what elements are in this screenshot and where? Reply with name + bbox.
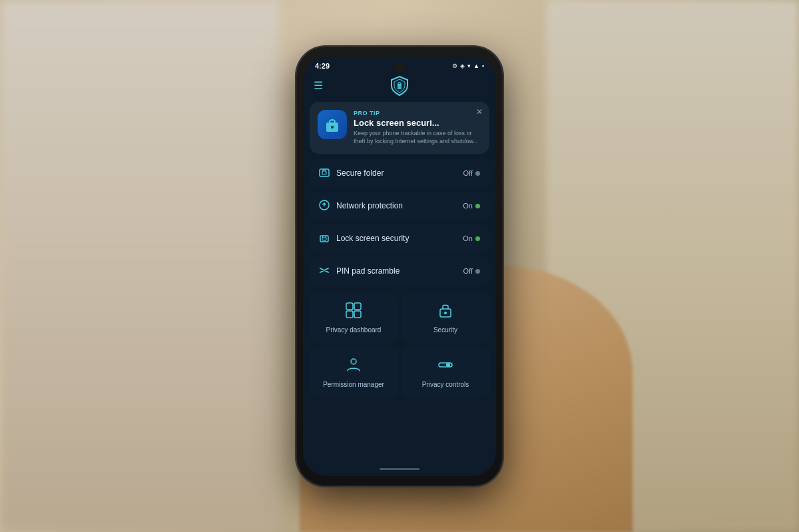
svg-rect-9: [346, 303, 353, 310]
svg-rect-7: [320, 236, 328, 242]
privacy-dashboard-icon: [345, 302, 362, 322]
privacy-controls-icon: [437, 356, 454, 377]
lock-screen-security-icon: [319, 232, 330, 245]
pro-tip-label: Pro tip: [354, 110, 481, 117]
security-label: Security: [433, 326, 457, 334]
location-status-icon: ◈: [460, 63, 465, 69]
grid-buttons: Privacy dashboard Security: [310, 292, 489, 398]
security-button[interactable]: Security: [401, 292, 489, 343]
lock-screen-security-item[interactable]: Lock screen security On: [310, 224, 489, 253]
bottom-indicator: [303, 463, 496, 476]
lock-screen-security-dot: [475, 236, 480, 241]
scene: 4:29 ⚙ ◈ ▾ ▲ ▪ ☰: [0, 0, 799, 532]
menu-icon[interactable]: ☰: [314, 79, 323, 92]
pin-pad-scramble-dot: [475, 269, 480, 274]
phone-screen: 4:29 ⚙ ◈ ▾ ▲ ▪ ☰: [303, 57, 496, 476]
svg-rect-12: [354, 311, 361, 318]
pro-tip-card[interactable]: Pro tip Lock screen securi... Keep your …: [310, 102, 489, 154]
wifi-icon: ▾: [467, 63, 471, 69]
watermark: GSMArena.com: [713, 514, 786, 524]
pin-pad-scramble-status: Off: [463, 267, 473, 275]
svg-rect-10: [354, 303, 361, 310]
pro-tip-description: Keep your phone trackable in case of los…: [354, 129, 481, 146]
secure-folder-item[interactable]: Secure folder Off: [310, 159, 489, 188]
battery-icon: ▪: [482, 63, 484, 69]
secure-folder-dot: [475, 171, 480, 176]
svg-rect-3: [330, 120, 335, 124]
svg-point-15: [351, 359, 356, 364]
camera-notch: [394, 62, 405, 73]
background-left: [0, 0, 280, 532]
svg-rect-11: [346, 311, 353, 318]
secure-folder-label: Secure folder: [336, 168, 384, 178]
privacy-controls-label: Privacy controls: [422, 381, 469, 388]
pin-pad-scramble-icon: [319, 265, 330, 278]
lock-screen-security-label: Lock screen security: [336, 234, 409, 243]
privacy-dashboard-button[interactable]: Privacy dashboard: [310, 292, 398, 343]
pin-pad-scramble-label: PIN pad scramble: [336, 266, 400, 276]
permission-manager-label: Permission manager: [323, 381, 384, 388]
phone-device: 4:29 ⚙ ◈ ▾ ▲ ▪ ☰: [296, 47, 503, 486]
settings-status-icon: ⚙: [452, 63, 457, 69]
lock-phone-icon: [324, 116, 341, 133]
svg-rect-5: [320, 169, 329, 176]
network-protection-item[interactable]: Network protection On: [310, 192, 489, 220]
lock-screen-security-status: On: [463, 234, 473, 242]
signal-icon: ▲: [473, 63, 479, 69]
app-bar: ☰: [303, 73, 496, 102]
permission-manager-icon: [345, 356, 362, 377]
screen-content: Pro tip Lock screen securi... Keep your …: [303, 102, 496, 463]
home-indicator[interactable]: [380, 468, 419, 470]
shield-logo: [389, 75, 410, 97]
pro-tip-icon-wrap: [318, 110, 347, 139]
privacy-dashboard-label: Privacy dashboard: [326, 326, 382, 334]
security-icon: [437, 302, 454, 322]
permission-manager-button[interactable]: Permission manager: [310, 347, 398, 398]
network-protection-dot: [475, 204, 480, 208]
svg-point-17: [446, 363, 450, 367]
secure-folder-status: Off: [463, 169, 473, 177]
network-protection-label: Network protection: [336, 201, 403, 210]
pro-tip-content: Pro tip Lock screen securi... Keep your …: [354, 110, 481, 146]
svg-point-14: [444, 312, 447, 314]
status-icons: ⚙ ◈ ▾ ▲ ▪: [452, 63, 484, 69]
pro-tip-close-button[interactable]: ✕: [476, 107, 483, 117]
svg-rect-8: [322, 238, 326, 240]
pin-pad-scramble-item[interactable]: PIN pad scramble Off: [310, 257, 489, 286]
network-protection-status: On: [463, 202, 473, 210]
pro-tip-title: Lock screen securi...: [354, 118, 481, 128]
network-protection-icon: [319, 200, 330, 212]
svg-point-4: [331, 126, 334, 129]
svg-rect-6: [322, 171, 326, 174]
status-time: 4:29: [315, 62, 330, 70]
privacy-controls-button[interactable]: Privacy controls: [401, 347, 489, 398]
secure-folder-icon: [319, 167, 330, 180]
